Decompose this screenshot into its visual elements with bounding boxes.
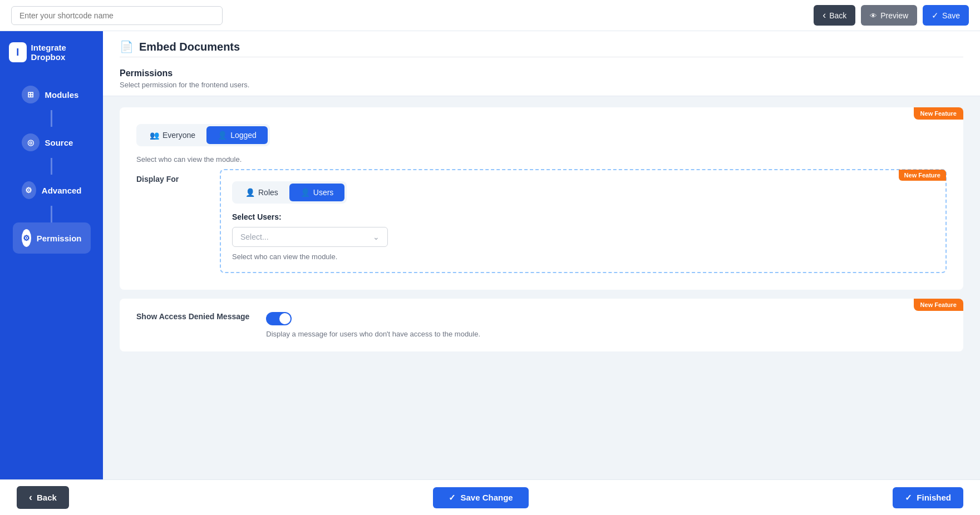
save-change-label: Save Change — [460, 493, 513, 502]
sidebar-item-modules[interactable]: ⊞ Modules — [13, 79, 91, 110]
modules-label: Modules — [45, 90, 79, 100]
top-bar: Back Preview Save — [0, 0, 980, 31]
users-icon: 👤 — [301, 188, 310, 197]
check-icon-save — [449, 493, 456, 503]
select-users-label: Select Users: — [232, 212, 934, 221]
display-for-content: New Feature 👤 Roles 👤 Users — [220, 169, 947, 273]
chevron-left-icon-bottom — [29, 492, 32, 503]
sidebar-item-permission[interactable]: ⚙ Permission — [13, 222, 91, 254]
save-button-top[interactable]: Save — [923, 5, 969, 26]
permission-icon: ⚙ — [22, 229, 31, 247]
bottom-bar: Back Save Change Finished — [0, 479, 980, 515]
divider — [120, 57, 963, 57]
main-layout: I Integrate Dropbox ⊞ Modules ◎ Source ⚙… — [0, 31, 980, 479]
new-feature-badge-2: New Feature — [914, 299, 963, 311]
permission-label: Permission — [37, 234, 82, 243]
page-title-row: 📄 Embed Documents — [120, 40, 963, 53]
preview-button[interactable]: Preview — [861, 5, 917, 26]
page-header: 📄 Embed Documents Permissions Select per… — [103, 31, 980, 96]
access-row: Show Access Denied Message Display a mes… — [136, 312, 947, 338]
connector-3 — [51, 206, 52, 222]
select-placeholder: Select... — [240, 232, 269, 241]
back-label-top: Back — [829, 11, 846, 20]
access-denied-desc: Display a message for users who don't ha… — [266, 330, 947, 338]
save-change-button[interactable]: Save Change — [433, 487, 528, 508]
chevron-down-icon: ⌄ — [373, 232, 380, 241]
check-icon-finished — [905, 493, 912, 503]
connector-1 — [51, 110, 52, 127]
select-hint: Select who can view the module. — [232, 252, 934, 261]
section-everyone-logged: New Feature 👥 Everyone 👤 Logged Select w… — [120, 107, 963, 290]
new-feature-badge-1: New Feature — [914, 107, 963, 120]
page-title-icon: 📄 — [120, 40, 134, 53]
display-for-label: Display For — [136, 169, 203, 184]
permissions-sub: Select permission for the frontend users… — [120, 81, 963, 89]
roles-label: Roles — [258, 188, 278, 197]
advanced-label: Advanced — [42, 186, 82, 195]
finished-button[interactable]: Finished — [893, 487, 963, 508]
content-sections: New Feature 👥 Everyone 👤 Logged Select w… — [103, 96, 980, 372]
access-denied-section: New Feature Show Access Denied Message D… — [120, 299, 963, 351]
display-for-section: Display For New Feature 👤 Roles 👤 — [136, 169, 947, 273]
back-button-top[interactable]: Back — [814, 5, 855, 26]
access-content: Display a message for users who don't ha… — [266, 312, 947, 338]
logged-icon: 👤 — [218, 131, 227, 140]
everyone-icon: 👥 — [150, 131, 159, 140]
sidebar-item-source[interactable]: ◎ Source — [13, 127, 91, 158]
permissions-heading: Permissions — [120, 68, 963, 78]
connector-2 — [51, 158, 52, 175]
users-label: Users — [313, 188, 334, 197]
dashed-box: New Feature 👤 Roles 👤 Users — [220, 169, 947, 273]
tab-everyone[interactable]: 👥 Everyone — [139, 126, 206, 144]
tab-group-roles-users: 👤 Roles 👤 Users — [232, 181, 347, 204]
source-icon: ◎ — [22, 133, 40, 151]
check-icon-top — [932, 11, 939, 21]
save-label-top: Save — [942, 11, 960, 20]
eye-icon — [870, 11, 877, 20]
view-hint-1: Select who can view the module. — [136, 155, 947, 164]
tab-logged[interactable]: 👤 Logged — [206, 126, 268, 144]
advanced-icon: ⚙ — [22, 181, 36, 199]
sidebar-logo: I Integrate Dropbox — [0, 42, 103, 62]
access-denied-toggle[interactable] — [266, 312, 292, 325]
app-name: Integrate Dropbox — [31, 43, 94, 62]
toggle-wrap — [266, 312, 947, 325]
preview-label: Preview — [880, 11, 908, 20]
everyone-label: Everyone — [162, 131, 195, 140]
new-feature-badge-dashed: New Feature — [899, 170, 946, 181]
tab-group-everyone-logged: 👥 Everyone 👤 Logged — [136, 124, 270, 146]
source-label: Source — [45, 138, 73, 147]
logo-icon: I — [9, 42, 27, 62]
access-denied-label: Show Access Denied Message — [136, 312, 249, 321]
chevron-left-icon — [823, 9, 826, 21]
page-title: Embed Documents — [139, 41, 240, 53]
select-users-dropdown[interactable]: Select... ⌄ — [232, 227, 388, 247]
toggle-knob — [279, 313, 290, 324]
content-area: 📄 Embed Documents Permissions Select per… — [103, 31, 980, 479]
back-label-bottom: Back — [37, 493, 57, 502]
roles-icon: 👤 — [245, 188, 255, 197]
finished-label: Finished — [917, 493, 951, 502]
back-button-bottom[interactable]: Back — [17, 486, 69, 509]
sidebar: I Integrate Dropbox ⊞ Modules ◎ Source ⚙… — [0, 31, 103, 479]
sidebar-item-advanced[interactable]: ⚙ Advanced — [13, 175, 91, 206]
tab-users[interactable]: 👤 Users — [289, 184, 345, 201]
sidebar-nav: ⊞ Modules ◎ Source ⚙ Advanced ⚙ Permissi… — [0, 79, 103, 254]
shortcode-input[interactable] — [11, 6, 223, 25]
modules-icon: ⊞ — [22, 86, 40, 103]
logged-label: Logged — [230, 131, 257, 140]
top-actions: Back Preview Save — [814, 5, 969, 26]
tab-roles[interactable]: 👤 Roles — [234, 184, 289, 201]
